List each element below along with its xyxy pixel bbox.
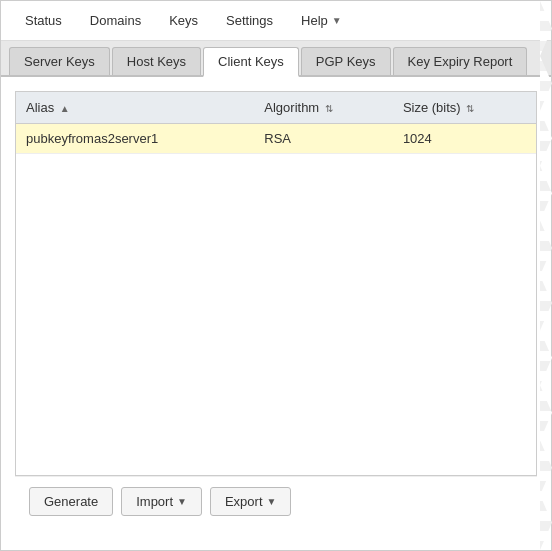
- keys-table: Alias ▲ Algorithm ⇅ Size (bits) ⇅: [16, 92, 536, 154]
- generate-button[interactable]: Generate: [29, 487, 113, 516]
- import-dropdown-icon: ▼: [177, 496, 187, 507]
- cell-algorithm: RSA: [254, 124, 393, 154]
- tab-server-keys[interactable]: Server Keys: [9, 47, 110, 75]
- col-alias[interactable]: Alias ▲: [16, 92, 254, 124]
- main-content: Alias ▲ Algorithm ⇅ Size (bits) ⇅: [1, 77, 551, 550]
- cell-size: 1024: [393, 124, 536, 154]
- nav-keys[interactable]: Keys: [155, 5, 212, 36]
- nav-domains[interactable]: Domains: [76, 5, 155, 36]
- tab-key-expiry-report[interactable]: Key Expiry Report: [393, 47, 528, 75]
- tab-host-keys[interactable]: Host Keys: [112, 47, 201, 75]
- tab-bar: Server Keys Host Keys Client Keys PGP Ke…: [1, 41, 551, 77]
- size-sort-icon: ⇅: [466, 103, 474, 114]
- table-container: Alias ▲ Algorithm ⇅ Size (bits) ⇅: [15, 91, 537, 476]
- col-size[interactable]: Size (bits) ⇅: [393, 92, 536, 124]
- app-container: Status Domains Keys Settings Help ▼ Serv…: [0, 0, 552, 551]
- import-button[interactable]: Import ▼: [121, 487, 202, 516]
- cell-alias: pubkeyfromas2server1: [16, 124, 254, 154]
- nav-settings[interactable]: Settings: [212, 5, 287, 36]
- table-header-row: Alias ▲ Algorithm ⇅ Size (bits) ⇅: [16, 92, 536, 124]
- algorithm-sort-icon: ⇅: [325, 103, 333, 114]
- export-dropdown-icon: ▼: [267, 496, 277, 507]
- tab-client-keys[interactable]: Client Keys: [203, 47, 299, 77]
- help-dropdown-icon: ▼: [332, 15, 342, 26]
- tab-pgp-keys[interactable]: PGP Keys: [301, 47, 391, 75]
- col-algorithm[interactable]: Algorithm ⇅: [254, 92, 393, 124]
- table-row[interactable]: pubkeyfromas2server1 RSA 1024: [16, 124, 536, 154]
- bottom-toolbar: Generate Import ▼ Export ▼: [15, 476, 537, 526]
- top-nav: Status Domains Keys Settings Help ▼: [1, 1, 551, 41]
- alias-sort-icon: ▲: [60, 103, 70, 114]
- export-button[interactable]: Export ▼: [210, 487, 291, 516]
- nav-help[interactable]: Help ▼: [287, 5, 356, 36]
- nav-status[interactable]: Status: [11, 5, 76, 36]
